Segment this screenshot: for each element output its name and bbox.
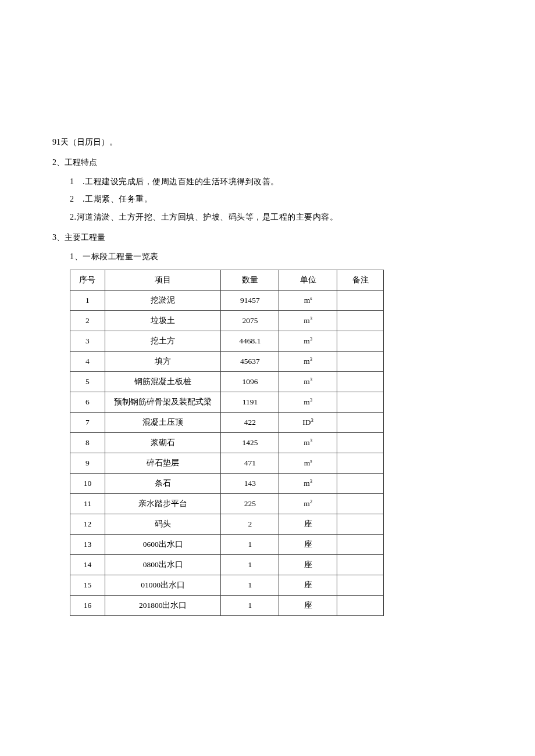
cell-qty: 1191 [221, 392, 279, 412]
unit-sup: 3 [311, 417, 314, 422]
section3-heading: 3、主要工程量 [52, 229, 462, 247]
cell-seq: 9 [70, 453, 105, 473]
cell-unit: ms [279, 290, 337, 310]
table-header-row: 序号 项目 数量 单位 备注 [70, 270, 384, 290]
table-row: 8浆砌石1425m3 [70, 432, 384, 453]
unit-base: m [304, 336, 310, 345]
cell-remark [337, 331, 384, 351]
table-row: 140800出水口1座 [70, 554, 384, 575]
table-row: 2垃圾土2075m3 [70, 310, 384, 331]
cell-seq: 2 [70, 310, 105, 331]
unit-base: m [304, 499, 310, 508]
unit-sup: s [310, 295, 312, 300]
table-row: 9碎石垫层471ms [70, 453, 384, 473]
cell-qty: 1 [221, 595, 279, 615]
list-item-label: 2 [70, 191, 80, 209]
unit-base: m [304, 438, 310, 447]
cell-remark [337, 493, 384, 514]
cell-remark [337, 392, 384, 412]
table-row: 7混凝土压顶422ID3 [70, 412, 384, 432]
unit-base: 座 [304, 519, 312, 528]
cell-seq: 16 [70, 595, 105, 615]
cell-qty: 1 [221, 554, 279, 575]
cell-unit: m3 [279, 432, 337, 453]
unit-base: 座 [304, 540, 312, 549]
cell-item: 0600出水口 [105, 534, 221, 554]
cell-item: 挖淤泥 [105, 290, 221, 310]
intro-line: 91天（日历日）。 [52, 134, 462, 152]
unit-sup: 3 [310, 396, 313, 402]
unit-base: m [304, 479, 310, 488]
cell-unit: 座 [279, 595, 337, 615]
cell-qty: 1 [221, 534, 279, 554]
table-body: 1挖淤泥91457ms2垃圾土2075m33挖土方4468.1m34填方4563… [70, 290, 384, 615]
unit-sup: s [310, 457, 312, 463]
quantity-table: 序号 项目 数量 单位 备注 1挖淤泥91457ms2垃圾土2075m33挖土方… [70, 270, 384, 616]
cell-item: 挖土方 [105, 331, 221, 351]
cell-item: 条石 [105, 473, 221, 493]
unit-sup: 2 [310, 498, 313, 504]
cell-qty: 1425 [221, 432, 279, 453]
cell-qty: 91457 [221, 290, 279, 310]
cell-unit: 座 [279, 534, 337, 554]
cell-seq: 15 [70, 575, 105, 595]
cell-seq: 10 [70, 473, 105, 493]
cell-unit: 座 [279, 514, 337, 534]
cell-seq: 1 [70, 290, 105, 310]
unit-sup: 3 [310, 335, 313, 341]
cell-unit: ID3 [279, 412, 337, 432]
list-item-suffix: . [80, 195, 85, 203]
cell-seq: 13 [70, 534, 105, 554]
cell-remark [337, 453, 384, 473]
cell-item: 01000出水口 [105, 575, 221, 595]
cell-item: 码头 [105, 514, 221, 534]
cell-unit: m2 [279, 493, 337, 514]
unit-base: m [304, 357, 310, 366]
unit-base: m [304, 296, 311, 304]
cell-item: 填方 [105, 351, 221, 371]
cell-seq: 14 [70, 554, 105, 575]
unit-sup: 3 [310, 478, 313, 483]
table-row: 130600出水口1座 [70, 534, 384, 554]
unit-base: 座 [304, 560, 312, 569]
cell-remark [337, 290, 384, 310]
cell-qty: 143 [221, 473, 279, 493]
cell-qty: 1 [221, 575, 279, 595]
section2-item-1: 1 .工程建设完成后，使周边百姓的生活环境得到改善。 [52, 173, 462, 191]
unit-sup: 3 [310, 315, 313, 321]
cell-remark [337, 351, 384, 371]
unit-base: m [304, 377, 310, 386]
unit-base: m [304, 397, 310, 406]
cell-remark [337, 371, 384, 392]
unit-base: ID [302, 418, 311, 427]
table-row: 5钢筋混凝土板桩1096m3 [70, 371, 384, 392]
cell-unit: m3 [279, 331, 337, 351]
table-row: 4填方45637m3 [70, 351, 384, 371]
cell-seq: 11 [70, 493, 105, 514]
list-item-label: 2. [70, 213, 77, 221]
cell-remark [337, 575, 384, 595]
section2-item-2: 2 .工期紧、任务重。 [52, 191, 462, 209]
section2-heading: 2、工程特点 [52, 154, 462, 172]
col-item: 项目 [105, 270, 221, 290]
cell-remark [337, 514, 384, 534]
cell-seq: 8 [70, 432, 105, 453]
table-row: 12码头2座 [70, 514, 384, 534]
cell-unit: m3 [279, 371, 337, 392]
cell-seq: 6 [70, 392, 105, 412]
cell-item: 钢筋混凝土板桩 [105, 371, 221, 392]
unit-sup: 3 [310, 356, 313, 361]
cell-qty: 4468.1 [221, 331, 279, 351]
col-seq: 序号 [70, 270, 105, 290]
section2-item-3: 2.河道清淤、土方开挖、土方回填、护坡、码头等，是工程的主要内容。 [52, 209, 462, 227]
cell-qty: 2 [221, 514, 279, 534]
unit-base: m [304, 458, 311, 467]
cell-unit: 座 [279, 554, 337, 575]
cell-item: 碎石垫层 [105, 453, 221, 473]
cell-qty: 2075 [221, 310, 279, 331]
list-item-text: 工期紧、任务重。 [85, 195, 152, 203]
list-item-text: 河道清淤、土方开挖、土方回填、护坡、码头等，是工程的主要内容。 [77, 213, 338, 221]
cell-item: 浆砌石 [105, 432, 221, 453]
cell-qty: 1096 [221, 371, 279, 392]
cell-qty: 45637 [221, 351, 279, 371]
